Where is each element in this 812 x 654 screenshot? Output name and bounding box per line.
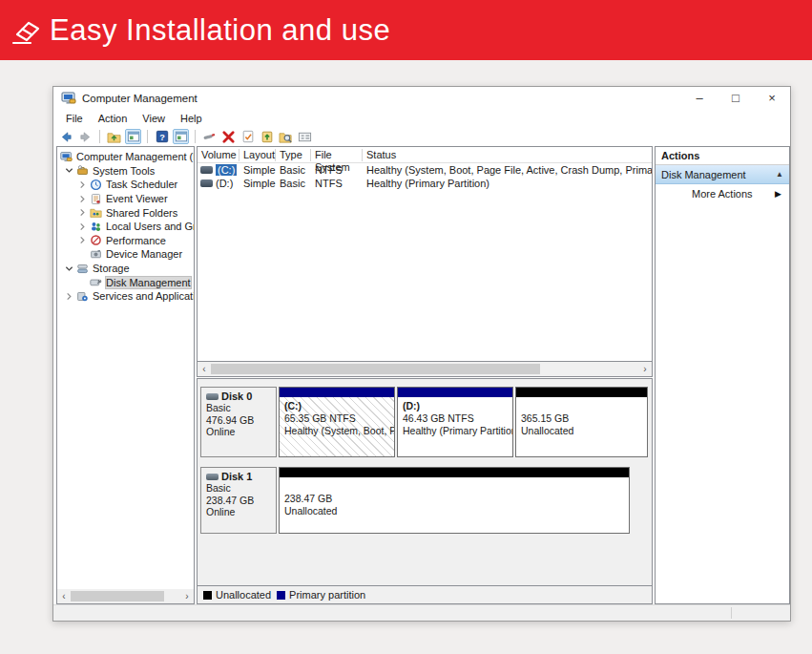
console-window-icon[interactable]: [125, 129, 141, 144]
tree-item-label: Local Users and Groups: [106, 221, 195, 232]
disk-0-header[interactable]: Disk 0 Basic 476.94 GB Online: [200, 387, 277, 457]
help-icon[interactable]: ?: [154, 129, 170, 144]
toolbar-separator: [99, 130, 100, 143]
actions-disk-management-group[interactable]: Disk Management ▲: [656, 165, 789, 184]
tree-item-disk-management[interactable]: Disk Management: [57, 275, 194, 289]
collapse-caret-icon[interactable]: ▲: [776, 170, 783, 179]
pointer-wand-icon[interactable]: [201, 129, 218, 144]
legend-label: Unallocated: [216, 589, 271, 601]
chevron-expanded-icon[interactable]: [63, 166, 75, 175]
tree-item-shared-folders[interactable]: Shared Folders: [57, 205, 194, 220]
tree-item-label: Services and Applications: [93, 290, 195, 302]
export-up-icon[interactable]: [259, 129, 275, 144]
actions-header: Actions: [656, 147, 789, 165]
check-document-icon[interactable]: [239, 129, 256, 144]
partition-unallocated-disk1[interactable]: 238.47 GB Unallocated: [279, 467, 630, 534]
disk-1-header[interactable]: Disk 1 Basic 238.47 GB Online: [200, 467, 277, 534]
layout-cell: Simple: [239, 164, 276, 176]
column-header-type[interactable]: Type: [276, 149, 311, 161]
partition-label: (D:): [403, 400, 508, 412]
submenu-arrow-icon: ▶: [775, 189, 781, 199]
partition-d[interactable]: (D:) 46.43 GB NTFS Healthy (Primary Part…: [397, 387, 513, 457]
maximize-button[interactable]: □: [718, 87, 754, 109]
partition-label: (C:): [284, 400, 389, 412]
chevron-collapsed-icon[interactable]: [76, 208, 89, 217]
tree-item-performance[interactable]: Performance: [57, 234, 194, 248]
disk-size: 476.94 GB: [206, 414, 271, 427]
close-button[interactable]: ×: [754, 87, 790, 109]
scrollbar-thumb[interactable]: [71, 591, 164, 601]
unallocated-color-swatch: [203, 591, 212, 600]
menu-action[interactable]: Action: [91, 111, 135, 126]
column-header-layout[interactable]: Layout: [239, 149, 276, 161]
graphical-view: Disk 0 Basic 476.94 GB Online (C:) 65.35…: [197, 378, 653, 604]
status-bar: [53, 604, 790, 621]
actions-group-title: Disk Management: [661, 169, 746, 180]
volume-list-horizontal-scrollbar[interactable]: ‹ ›: [197, 362, 653, 377]
partition-size: 238.47 GB: [284, 493, 624, 505]
menu-help[interactable]: Help: [173, 111, 210, 126]
partition-color-bar: [398, 388, 512, 397]
tree-item-system-tools[interactable]: System Tools: [57, 164, 194, 179]
chevron-collapsed-icon[interactable]: [76, 195, 89, 203]
volume-list: Volume Layout Type File System Status (C…: [197, 146, 653, 362]
tree-item-device-manager[interactable]: Device Manager: [57, 247, 194, 262]
system-tools-icon: [75, 164, 90, 177]
tree-item-task-scheduler[interactable]: Task Scheduler: [57, 178, 194, 192]
computer-management-icon: [61, 91, 76, 106]
forward-icon[interactable]: [77, 129, 94, 144]
properties-icon[interactable]: [297, 129, 313, 144]
disk-name: Disk 0: [221, 390, 252, 402]
scroll-left-icon[interactable]: ‹: [57, 589, 71, 603]
menu-bar: File Action View Help: [53, 109, 790, 127]
chevron-collapsed-icon[interactable]: [76, 180, 89, 189]
minimize-button[interactable]: –: [681, 87, 718, 109]
column-header-status[interactable]: Status: [363, 149, 652, 161]
search-folder-icon[interactable]: [278, 129, 294, 144]
more-actions-item[interactable]: More Actions ▶: [656, 184, 789, 202]
tree-horizontal-scrollbar[interactable]: ‹ ›: [57, 589, 194, 603]
volume-list-header: Volume Layout Type File System Status: [198, 147, 652, 163]
device-manager-icon: [89, 248, 103, 261]
column-header-file-system[interactable]: File System: [311, 149, 363, 161]
show-console-tree-icon[interactable]: [106, 129, 122, 144]
console-window-alt-icon[interactable]: [173, 129, 189, 144]
chevron-expanded-icon[interactable]: [63, 264, 75, 273]
more-actions-label: More Actions: [692, 188, 753, 200]
table-row-volume-c[interactable]: (C:) Simple Basic NTFS Healthy (System, …: [198, 163, 652, 177]
menu-view[interactable]: View: [135, 111, 173, 126]
tree-item-computer-management[interactable]: Computer Management (Local: [57, 150, 194, 164]
column-header-volume[interactable]: Volume: [198, 149, 239, 161]
legend-unallocated: Unallocated: [203, 589, 271, 601]
tree-item-label: Device Manager: [106, 248, 182, 260]
tree-item-local-users-and-groups[interactable]: Local Users and Groups: [57, 220, 194, 234]
computer-icon: [59, 151, 73, 163]
tree-item-storage[interactable]: Storage: [57, 262, 194, 276]
task-scheduler-icon: [89, 179, 103, 191]
disk-management-icon: [89, 276, 103, 288]
partition-unallocated-disk0[interactable]: 365.15 GB Unallocated: [515, 387, 648, 457]
scroll-left-icon[interactable]: ‹: [198, 362, 211, 376]
performance-icon: [89, 234, 103, 246]
disk-state: Online: [206, 506, 271, 518]
disk-name: Disk 1: [221, 471, 252, 482]
table-row-volume-d[interactable]: (D:) Simple Basic NTFS Healthy (Primary …: [198, 177, 652, 190]
actions-pane: Actions Disk Management ▲ More Actions ▶: [655, 146, 790, 604]
chevron-collapsed-icon[interactable]: [63, 292, 75, 301]
legend-label: Primary partition: [289, 589, 365, 601]
disk-0-row: Disk 0 Basic 476.94 GB Online (C:) 65.35…: [200, 387, 648, 457]
tree-item-services-and-applications[interactable]: Services and Applications: [57, 289, 194, 304]
menu-file[interactable]: File: [58, 111, 91, 126]
back-icon[interactable]: [58, 129, 74, 144]
delete-icon[interactable]: [220, 129, 237, 144]
chevron-collapsed-icon[interactable]: [76, 236, 89, 244]
title-bar[interactable]: Computer Management – □ ×: [53, 87, 790, 109]
partition-status: Unallocated: [521, 425, 642, 437]
chevron-collapsed-icon[interactable]: [76, 222, 89, 231]
scroll-right-icon[interactable]: ›: [638, 362, 652, 376]
partition-c[interactable]: (C:) 65.35 GB NTFS Healthy (System, Boot…: [279, 387, 395, 457]
disk-management-pane: Volume Layout Type File System Status (C…: [197, 146, 653, 604]
scrollbar-thumb[interactable]: [211, 364, 540, 374]
scroll-right-icon[interactable]: ›: [180, 589, 194, 603]
tree-item-event-viewer[interactable]: Event Viewer: [57, 192, 194, 206]
